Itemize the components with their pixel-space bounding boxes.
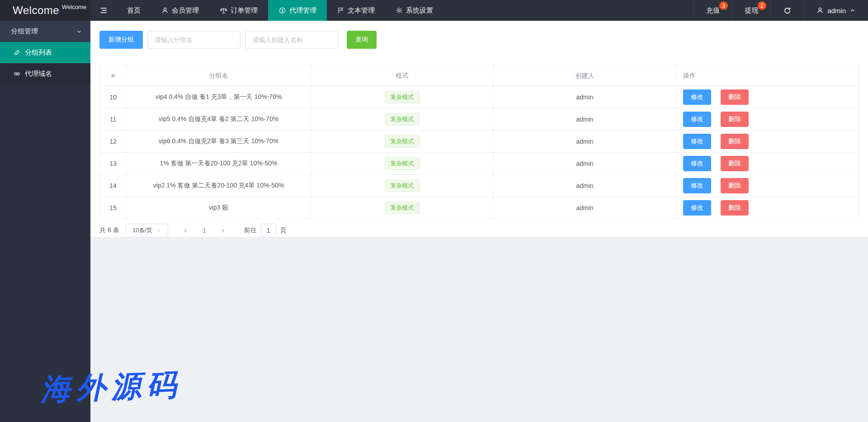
col-header-group-name: 分组名 <box>127 66 311 86</box>
cell-id: 11 <box>100 108 127 131</box>
nav-item-label: 代理管理 <box>289 6 316 15</box>
nav-item-orders[interactable]: 订单管理 <box>209 0 268 21</box>
username: admin <box>827 7 846 14</box>
withdraw-button[interactable]: 提现 2 <box>732 0 770 21</box>
creator-name-input[interactable] <box>245 31 338 49</box>
col-header-actions: 操作 <box>676 66 859 86</box>
edit-button[interactable]: 修改 <box>683 200 711 216</box>
delete-button[interactable]: 删除 <box>721 200 749 216</box>
sidebar-item-label: 分组列表 <box>25 48 52 57</box>
pagination: 共 6 条 10条/页 1 <box>99 224 859 237</box>
sidebar-item-group-list[interactable]: 分组列表 <box>0 42 90 63</box>
edit-button[interactable]: 修改 <box>683 134 711 149</box>
cell-group-name: vip3 殺 <box>127 197 311 219</box>
chevron-down-icon <box>76 28 82 35</box>
cell-creator: admin <box>494 108 676 131</box>
sidebar-group-label: 分组管理 <box>11 27 38 36</box>
cell-mode: 复杂模式 <box>311 153 494 175</box>
group-list-panel: 新增分组 查询 # 分组名 模式 创建人 操作 <box>90 21 868 237</box>
table-row: 14 vip2 1% 客做 第二天養20-100 充4單 10%-50% 复杂模… <box>100 175 859 197</box>
content-area: 新增分组 查询 # 分组名 模式 创建人 操作 <box>90 21 868 422</box>
goto-label: 前往 <box>244 226 257 234</box>
nav-item-label: 文本管理 <box>348 6 375 15</box>
scale-icon <box>220 7 227 14</box>
nav-item-text[interactable]: 文本管理 <box>327 0 385 21</box>
group-table: # 分组名 模式 创建人 操作 10 vip4 0.4% 自做 養1 充3單，第… <box>99 65 859 219</box>
mode-tag: 复杂模式 <box>385 202 420 214</box>
nav-item-settings[interactable]: 系统设置 <box>385 0 443 21</box>
main-layout: 分组管理 分组列表 代理域名 <box>0 21 868 422</box>
nav-item-label: 会员管理 <box>172 6 199 15</box>
mode-tag: 复杂模式 <box>385 91 420 103</box>
page-size-value: 10条/页 <box>132 226 152 234</box>
cell-actions: 修改删除 <box>676 131 859 153</box>
edit-button[interactable]: 修改 <box>683 156 711 171</box>
next-page-button[interactable] <box>213 224 232 237</box>
menu-fold-icon <box>99 6 108 14</box>
withdraw-badge: 2 <box>758 1 766 10</box>
link-icon <box>14 49 20 56</box>
app-logo: Welcome Welcome <box>0 0 90 21</box>
app-title-superscript: Welcome <box>62 4 86 10</box>
table-header-row: # 分组名 模式 创建人 操作 <box>100 66 859 86</box>
cell-actions: 修改删除 <box>676 108 859 131</box>
cell-mode: 复杂模式 <box>311 175 494 197</box>
group-name-input[interactable] <box>147 31 241 49</box>
nav-item-home[interactable]: 首页 <box>117 0 151 21</box>
cell-creator: admin <box>494 197 676 219</box>
col-header-creator: 创建人 <box>494 66 676 86</box>
delete-button[interactable]: 删除 <box>721 112 749 127</box>
refresh-icon <box>783 6 792 15</box>
sidebar-group-title[interactable]: 分组管理 <box>0 21 90 42</box>
cell-group-name: vip6 0.4% 自做充2單 養3 第三天 10%-70% <box>127 131 311 153</box>
recharge-button[interactable]: 充值 3 <box>693 0 732 21</box>
prev-page-button[interactable] <box>176 224 195 237</box>
app-title: Welcome <box>13 4 59 17</box>
sidebar: 分组管理 分组列表 代理域名 <box>0 21 90 422</box>
edit-button[interactable]: 修改 <box>683 89 711 105</box>
flag-icon <box>337 7 344 14</box>
unlink-icon <box>14 70 20 77</box>
col-header-index: # <box>100 66 127 86</box>
mode-tag: 复杂模式 <box>385 157 420 170</box>
nav-item-label: 首页 <box>127 6 141 15</box>
nav-item-members[interactable]: 会员管理 <box>151 0 209 21</box>
sidebar-item-agent-domain[interactable]: 代理域名 <box>0 63 90 84</box>
table-row: 10 vip4 0.4% 自做 養1 充3單，第一天 10%-70% 复杂模式 … <box>100 86 859 108</box>
delete-button[interactable]: 删除 <box>721 156 749 171</box>
cell-actions: 修改删除 <box>676 197 859 219</box>
delete-button[interactable]: 删除 <box>721 89 749 105</box>
delete-button[interactable]: 删除 <box>721 178 749 193</box>
cell-group-name: 1% 客做 第一天養20-100 充2單 10%-50% <box>127 153 311 175</box>
pagination-total: 共 6 条 <box>99 226 119 234</box>
col-header-mode: 模式 <box>311 66 494 86</box>
edit-button[interactable]: 修改 <box>683 178 711 193</box>
cell-actions: 修改删除 <box>676 175 859 197</box>
nav-item-label: 订单管理 <box>231 6 258 15</box>
cell-id: 13 <box>100 153 127 175</box>
recharge-label: 充值 <box>706 6 720 15</box>
refresh-button[interactable] <box>770 0 804 21</box>
sidebar-collapse-button[interactable] <box>90 0 117 21</box>
gear-icon <box>396 7 403 14</box>
topbar: Welcome Welcome 首页 会员管理 <box>0 0 868 21</box>
cell-id: 10 <box>100 86 127 108</box>
page-number-1[interactable]: 1 <box>195 227 213 234</box>
user-menu[interactable]: admin <box>804 0 868 21</box>
table-row: 15 vip3 殺 复杂模式 admin 修改删除 <box>100 197 859 219</box>
goto-page-input[interactable] <box>261 224 276 237</box>
nav-item-agents[interactable]: $ 代理管理 <box>268 0 327 21</box>
cell-actions: 修改删除 <box>676 86 859 108</box>
delete-button[interactable]: 删除 <box>721 134 749 149</box>
chevron-up-icon <box>849 7 856 14</box>
page-size-select[interactable]: 10条/页 <box>126 224 168 237</box>
user-icon <box>816 7 824 14</box>
add-group-button[interactable]: 新增分组 <box>99 31 143 49</box>
search-button[interactable]: 查询 <box>347 31 377 49</box>
cell-actions: 修改删除 <box>676 153 859 175</box>
cell-id: 15 <box>100 197 127 219</box>
topbar-actions: 充值 3 提现 2 admin <box>693 0 868 21</box>
edit-button[interactable]: 修改 <box>683 112 711 127</box>
pagination-goto: 前往 页 <box>244 224 287 237</box>
mode-tag: 复杂模式 <box>385 113 420 126</box>
